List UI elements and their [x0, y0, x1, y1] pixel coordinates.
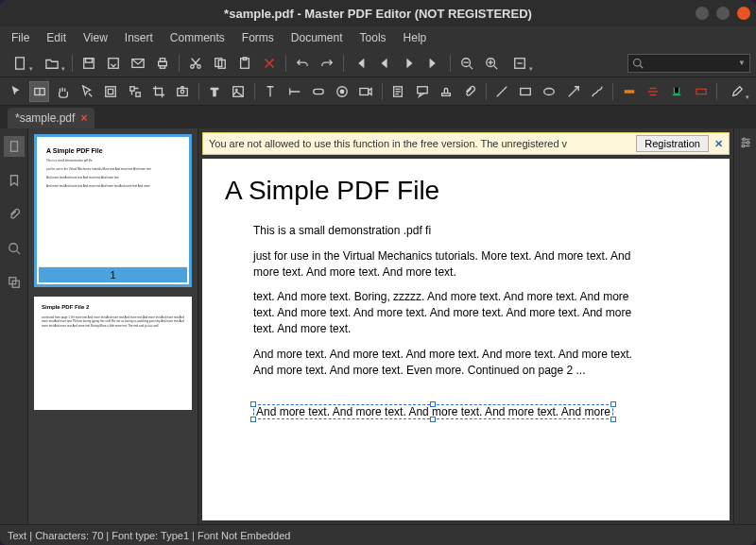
strikeout-tool[interactable] [644, 81, 663, 102]
resize-handle-se[interactable] [610, 417, 616, 422]
record-tool[interactable] [332, 81, 352, 102]
edit-forms-tool[interactable] [101, 81, 121, 102]
first-page-button[interactable] [350, 53, 370, 74]
registration-button[interactable]: Registration [636, 135, 709, 152]
resize-handle-n[interactable] [430, 401, 436, 407]
pencil-tool[interactable] [587, 81, 607, 102]
svg-rect-27 [314, 89, 324, 94]
selected-text-object[interactable]: And more text. And more text. And more t… [253, 404, 613, 419]
menu-forms[interactable]: Forms [234, 28, 282, 47]
note-tool[interactable] [388, 81, 408, 102]
svg-rect-38 [10, 142, 17, 152]
tab-close-icon[interactable]: × [80, 111, 87, 125]
thumbnail-page-2[interactable]: Simple PDF File 2 continued from page 1 … [34, 297, 192, 410]
save-as-button[interactable] [103, 53, 124, 74]
resize-handle-s[interactable] [430, 417, 436, 422]
pdf-page[interactable]: A Simple PDF File This is a small demons… [202, 159, 730, 520]
prev-page-button[interactable] [374, 53, 395, 74]
underline-tool[interactable] [667, 81, 687, 102]
paperclip-icon [8, 208, 21, 221]
resize-handle-sw[interactable] [250, 417, 256, 422]
bookmarks-tab[interactable] [4, 170, 25, 191]
last-page-button[interactable] [423, 53, 444, 74]
edit-text-tool[interactable] [29, 81, 49, 102]
crop-tool[interactable] [148, 81, 168, 102]
search-input[interactable] [644, 58, 738, 69]
new-button[interactable] [6, 53, 34, 74]
print-button[interactable] [152, 53, 173, 74]
link-tool[interactable] [308, 81, 328, 102]
object-inspector-tab[interactable] [739, 136, 752, 149]
edit-object-tool[interactable] [125, 81, 145, 102]
zoom-in-button[interactable] [481, 53, 502, 74]
side-tabs [0, 128, 28, 524]
menu-view[interactable]: View [76, 28, 115, 47]
search-box[interactable]: ▼ [627, 54, 750, 73]
hand-tool[interactable] [53, 81, 73, 102]
doc-p3: text. And more text. Boring, zzzzz. And … [253, 289, 650, 336]
svg-rect-36 [625, 90, 635, 94]
pointer-tool[interactable] [6, 81, 26, 102]
cut-button[interactable] [185, 53, 206, 74]
text-tool[interactable] [205, 81, 225, 102]
thumbnails-panel: A Simple PDF File This is a small demons… [28, 128, 198, 524]
maximize-button[interactable] [716, 7, 730, 20]
menu-help[interactable]: Help [396, 28, 435, 47]
layers-tab[interactable] [4, 272, 25, 293]
search-dropdown-icon[interactable]: ▼ [738, 59, 746, 67]
sign-tool[interactable] [723, 81, 750, 102]
document-viewport[interactable]: A Simple PDF File This is a small demons… [198, 159, 733, 524]
minimize-button[interactable] [696, 7, 709, 20]
menu-insert[interactable]: Insert [117, 28, 161, 47]
delete-button[interactable] [259, 53, 280, 74]
menu-document[interactable]: Document [284, 28, 351, 47]
right-panel [733, 128, 756, 524]
thumb2-title: Simple PDF File 2 [42, 304, 184, 312]
rect-tool[interactable] [516, 81, 536, 102]
ellipse-tool[interactable] [540, 81, 559, 102]
thumbnail-page-1[interactable]: A Simple PDF File This is a small demons… [34, 134, 192, 287]
redact-tool[interactable] [691, 81, 711, 102]
arrow-tool[interactable] [563, 81, 583, 102]
snapshot-tool[interactable] [172, 81, 192, 102]
banner-close-icon[interactable]: ✕ [714, 138, 723, 150]
stamp-tool[interactable] [436, 81, 455, 102]
vertical-text-tool[interactable] [261, 81, 281, 102]
svg-point-29 [340, 90, 344, 94]
attachments-tab[interactable] [4, 204, 25, 225]
copy-button[interactable] [210, 53, 231, 74]
layers-icon [8, 276, 21, 289]
thumbnails-tab[interactable] [4, 136, 25, 157]
menu-edit[interactable]: Edit [39, 28, 74, 47]
search-tab[interactable] [4, 238, 25, 259]
open-button[interactable] [38, 53, 66, 74]
attach-tool[interactable] [459, 81, 479, 102]
resize-handle-ne[interactable] [610, 401, 616, 407]
zoom-out-button[interactable] [456, 53, 477, 74]
image-tool[interactable] [229, 81, 249, 102]
paste-button[interactable] [234, 53, 255, 74]
titlebar: *sample.pdf - Master PDF Editor (NOT REG… [0, 0, 756, 26]
email-button[interactable] [128, 53, 148, 74]
thumb1-label: 1 [39, 266, 187, 282]
svg-rect-21 [129, 86, 133, 90]
video-tool[interactable] [356, 81, 376, 102]
document-tab[interactable]: *sample.pdf × [8, 108, 94, 128]
menu-comments[interactable]: Comments [163, 28, 232, 47]
callout-tool[interactable] [412, 81, 432, 102]
horizontal-text-tool[interactable] [284, 81, 304, 102]
zoom-fit-button[interactable] [506, 53, 534, 74]
doc-p2: just for use in the Virtual Mechanics tu… [253, 248, 650, 281]
save-button[interactable] [78, 53, 99, 74]
line-tool[interactable] [492, 81, 512, 102]
highlight-tool[interactable] [619, 81, 639, 102]
doc-heading: A Simple PDF File [225, 176, 707, 206]
next-page-button[interactable] [399, 53, 420, 74]
resize-handle-nw[interactable] [250, 401, 256, 407]
select-tool[interactable] [77, 81, 97, 102]
menu-file[interactable]: File [4, 28, 37, 47]
redo-button[interactable] [317, 53, 337, 74]
undo-button[interactable] [292, 53, 313, 74]
menu-tools[interactable]: Tools [352, 28, 394, 47]
close-window-button[interactable] [737, 7, 750, 20]
